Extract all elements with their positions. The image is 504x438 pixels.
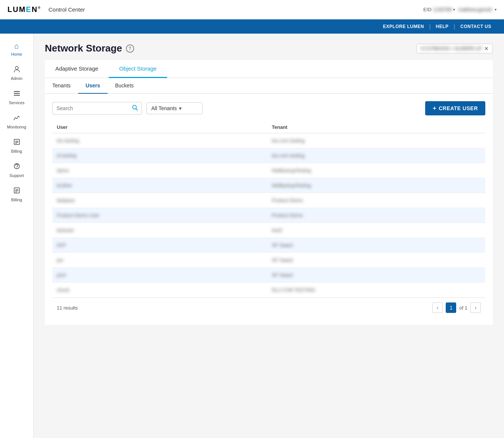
billing-icon: [13, 138, 21, 147]
cell-tenant: Product Demo: [268, 193, 485, 208]
eid-value: 1100789: [433, 7, 452, 12]
cell-user: DAT: [52, 238, 268, 253]
table-row: jonSF Saas2: [52, 253, 485, 268]
cell-tenant: NetBackupTesting: [268, 163, 485, 178]
tabs-row: Adaptive Storage Object Storage: [45, 60, 493, 78]
help-icon[interactable]: ?: [126, 44, 134, 53]
svg-rect-3: [14, 95, 20, 96]
cell-tenant: tes.com testing: [268, 148, 485, 163]
table-row: tes testingtes.com testing: [52, 133, 485, 148]
sub-tabs-row: Tenants Users Buckets: [45, 78, 493, 94]
svg-point-9: [16, 168, 17, 169]
eid-label: EID: [423, 7, 432, 12]
tab-object-storage[interactable]: Object Storage: [109, 60, 167, 78]
table-row: DATSF Saas2: [52, 238, 485, 253]
home-icon: ⌂: [14, 42, 19, 50]
sidebar-item-monitoring[interactable]: Monitoring: [0, 109, 33, 134]
help-link[interactable]: HELP: [431, 24, 454, 29]
table-row: chuckDL2 CVM TESTING: [52, 283, 485, 298]
explore-lumen-link[interactable]: EXPLORE LUMEN: [378, 24, 429, 29]
table-row: brotherNetBackupTesting: [52, 178, 485, 193]
top-bar: LUMEN® Control Center EID 1100789 ▾ matt…: [0, 0, 504, 19]
svg-line-15: [136, 109, 137, 110]
logo: LUMEN®: [7, 5, 41, 14]
utility-bar: EXPLORE LUMEN | HELP | CONTACT US: [0, 19, 504, 34]
svg-point-0: [15, 66, 18, 69]
tab-adaptive-storage[interactable]: Adaptive Storage: [45, 60, 109, 78]
pagination-row: 11 results ‹ 1 of 1 ›: [52, 298, 485, 317]
sidebar-item-services[interactable]: Services: [0, 85, 33, 109]
page-title: Network Storage: [45, 43, 122, 54]
create-user-label: CREATE USER: [439, 105, 478, 111]
cell-user: t/t testing: [52, 148, 268, 163]
sidebar-label-support: Support: [9, 173, 24, 178]
eid-dropdown[interactable]: ▾: [453, 7, 455, 12]
monitoring-icon: [13, 114, 21, 123]
users-table: User Tenant tes testingtes.com testingt/…: [52, 121, 485, 298]
sidebar-item-support[interactable]: Support: [0, 158, 33, 182]
sidebar-item-home[interactable]: ⌂ Home: [0, 37, 33, 61]
content-area: Network Storage ? S CUTBACKS > GLIDERS L…: [34, 34, 504, 438]
user-dropdown[interactable]: ▾: [495, 7, 497, 12]
table-row: Product Demo UserProduct Demo: [52, 208, 485, 223]
cell-tenant: SF Saas2: [268, 268, 485, 283]
support-icon: [13, 162, 21, 172]
app-title: Control Center: [49, 6, 85, 13]
prev-page-button[interactable]: ‹: [432, 302, 443, 313]
close-filter-button[interactable]: ✕: [484, 46, 489, 52]
page-header: Network Storage ? S CUTBACKS > GLIDERS L…: [45, 43, 493, 54]
cell-tenant: SF Saas2: [268, 238, 485, 253]
svg-rect-1: [14, 91, 20, 92]
sub-tab-tenants[interactable]: Tenants: [45, 78, 78, 94]
cell-tenant: SF Saas2: [268, 253, 485, 268]
search-input[interactable]: [56, 105, 132, 111]
svg-rect-4: [14, 139, 19, 145]
sidebar-label-monitoring: Monitoring: [7, 125, 26, 129]
cell-user: jon: [52, 253, 268, 268]
top-bar-right: EID 1100789 ▾ matthew.garrett ▾: [423, 7, 497, 12]
col-tenant: Tenant: [268, 121, 485, 133]
table-row: jon2SF Saas2: [52, 268, 485, 283]
cell-user: demo: [52, 163, 268, 178]
page-header-left: Network Storage ?: [45, 43, 134, 54]
cell-user: chuck: [52, 283, 268, 298]
sidebar-label-home: Home: [11, 52, 22, 56]
tenant-select[interactable]: All Tenants ▾: [146, 102, 202, 114]
sub-tab-users[interactable]: Users: [78, 78, 108, 94]
page-1-button[interactable]: 1: [446, 302, 456, 313]
cell-user: tes testing: [52, 133, 268, 148]
next-page-button[interactable]: ›: [470, 302, 481, 313]
sidebar-item-admin[interactable]: Admin: [0, 61, 33, 85]
sidebar: ⌂ Home Admin Services: [0, 34, 34, 438]
user-value: matthew.garrett: [458, 7, 492, 12]
table-row: testusertest2: [52, 223, 485, 238]
sidebar-label-billing: Billing: [11, 149, 22, 153]
col-user: User: [52, 121, 268, 133]
contact-link[interactable]: CONTACT US: [455, 24, 497, 29]
cell-user: jon2: [52, 268, 268, 283]
sidebar-item-billing2[interactable]: Billing: [0, 182, 33, 206]
table-row: fastpassProduct Demo: [52, 193, 485, 208]
cell-tenant: test2: [268, 223, 485, 238]
create-user-button[interactable]: + CREATE USER: [425, 101, 485, 115]
svg-rect-10: [14, 188, 19, 193]
tabs-container: Adaptive Storage Object Storage Tenants …: [45, 60, 493, 94]
sidebar-item-billing[interactable]: Billing: [0, 134, 33, 158]
page-of-label: of 1: [459, 305, 467, 311]
tenant-select-value: All Tenants: [151, 105, 177, 111]
admin-icon: [13, 65, 21, 75]
cell-user: fastpass: [52, 193, 268, 208]
plus-icon: +: [433, 105, 436, 112]
main-layout: ⌂ Home Admin Services: [0, 34, 504, 438]
table-area: All Tenants ▾ + CREATE USER User Tenant: [45, 94, 493, 325]
cell-user: testuser: [52, 223, 268, 238]
filter-badge: S CUTBACKS > GLIDERS LIF ✕: [417, 44, 493, 53]
sidebar-label-admin: Admin: [11, 76, 22, 81]
cell-tenant: tes.com testing: [268, 133, 485, 148]
top-bar-left: LUMEN® Control Center: [7, 5, 85, 14]
billing2-icon: [13, 187, 21, 196]
search-box[interactable]: [52, 102, 142, 115]
sub-tab-buckets[interactable]: Buckets: [108, 78, 141, 94]
sidebar-label-services: Services: [9, 100, 24, 105]
results-count: 11 results: [57, 305, 78, 311]
